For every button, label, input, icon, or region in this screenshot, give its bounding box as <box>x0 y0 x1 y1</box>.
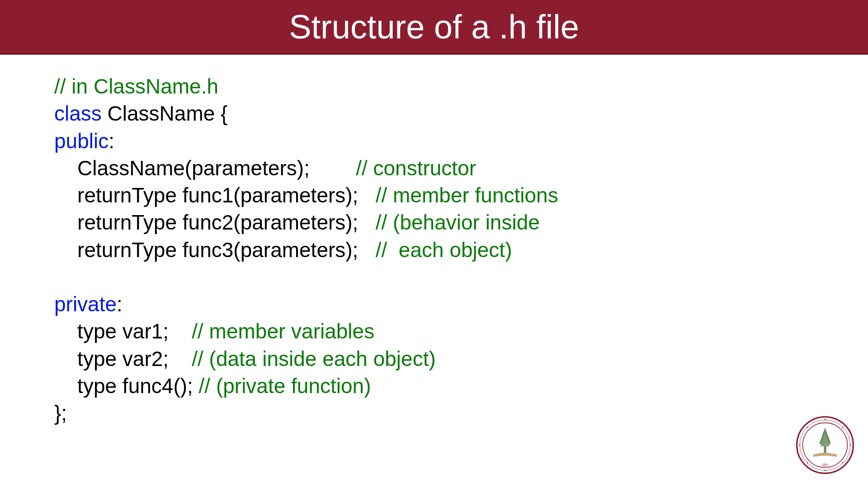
comment-member-functions: // member functions <box>376 183 558 207</box>
func3-decl: returnType func3(parameters); <box>54 238 376 262</box>
keyword-class: class <box>54 102 102 125</box>
code-block: // in ClassName.h class ClassName { publ… <box>0 55 868 427</box>
comment-filename: // in ClassName.h <box>54 75 218 98</box>
stanford-seal-icon: 1891 <box>796 416 854 474</box>
comment-member-variables: // member variables <box>192 319 374 343</box>
public-colon: : <box>108 129 114 153</box>
svg-point-8 <box>799 445 801 446</box>
comment-each-object: // each object) <box>376 238 512 262</box>
svg-text:1891: 1891 <box>821 463 829 467</box>
class-decl: ClassName { <box>102 102 228 125</box>
svg-point-9 <box>850 445 851 446</box>
class-close: }; <box>54 401 67 425</box>
keyword-public: public <box>54 129 108 153</box>
var2-decl: type var2; <box>54 347 192 371</box>
comment-constructor: // constructor <box>356 156 476 180</box>
slide-title: Structure of a .h file <box>0 0 868 55</box>
comment-data-inside: // (data inside each object) <box>192 347 436 371</box>
svg-point-7 <box>825 470 826 471</box>
svg-point-11 <box>842 427 844 428</box>
constructor-decl: ClassName(parameters); <box>54 156 356 180</box>
keyword-private: private <box>54 292 117 316</box>
svg-point-10 <box>807 427 808 428</box>
svg-point-6 <box>825 419 826 421</box>
slide-title-text: Structure of a .h file <box>289 8 579 46</box>
comment-behavior-inside: // (behavior inside <box>376 211 540 234</box>
private-colon: : <box>117 292 123 316</box>
svg-point-13 <box>842 462 844 464</box>
code-listing: // in ClassName.h class ClassName { publ… <box>54 73 868 427</box>
var1-decl: type var1; <box>54 319 192 343</box>
func2-decl: returnType func2(parameters); <box>54 211 376 234</box>
func4-decl: type func4(); <box>54 374 199 398</box>
svg-point-12 <box>807 462 808 464</box>
comment-private-function: // (private function) <box>199 374 371 398</box>
func1-decl: returnType func1(parameters); <box>54 183 376 207</box>
